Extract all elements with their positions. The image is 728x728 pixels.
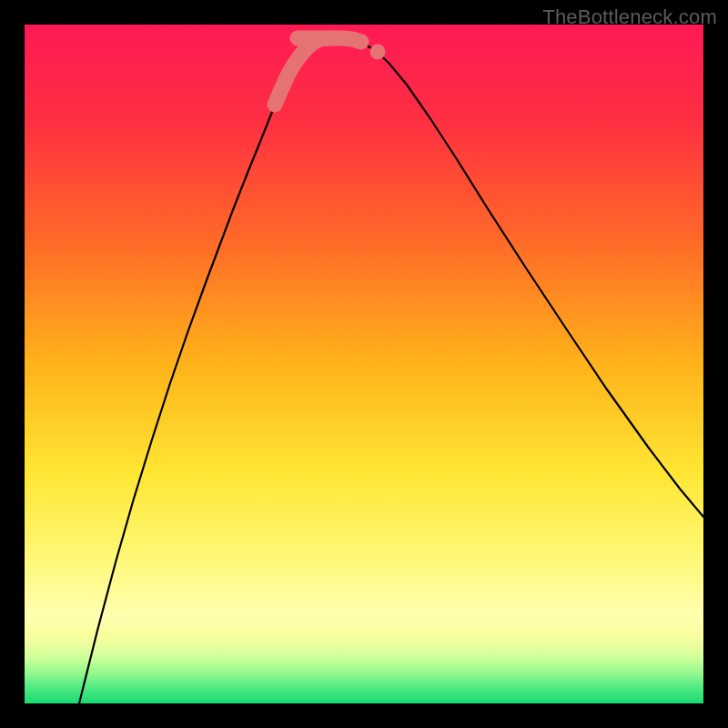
plot-area <box>25 25 703 703</box>
right-curve <box>339 38 703 517</box>
bottom-highlight <box>298 38 361 42</box>
chart-svg <box>25 25 703 703</box>
left-curve <box>79 38 329 703</box>
right-highlight-dot <box>370 45 386 60</box>
left-highlight <box>275 38 329 105</box>
watermark-text: TheBottleneck.com <box>542 5 717 29</box>
